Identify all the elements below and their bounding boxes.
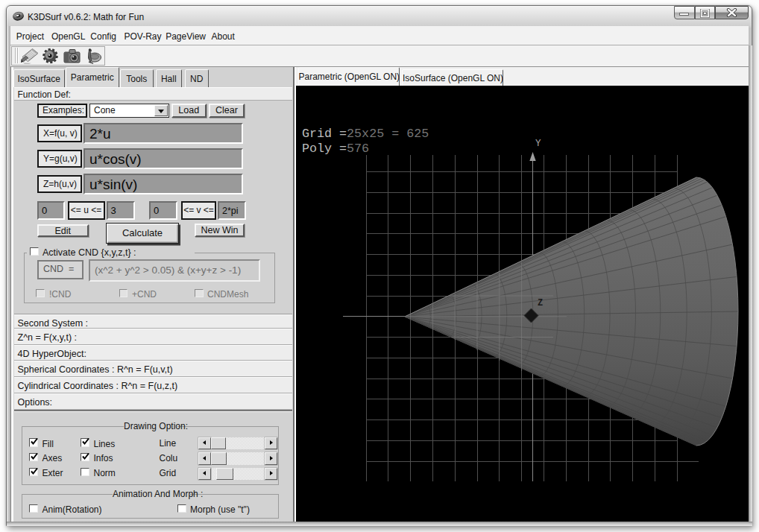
svg-text:Z: Z	[538, 298, 543, 308]
svg-text:Y: Y	[535, 139, 541, 149]
svg-text:Poly =576: Poly =576	[302, 142, 369, 156]
svg-text:Grid =25x25 = 625: Grid =25x25 = 625	[302, 127, 429, 141]
